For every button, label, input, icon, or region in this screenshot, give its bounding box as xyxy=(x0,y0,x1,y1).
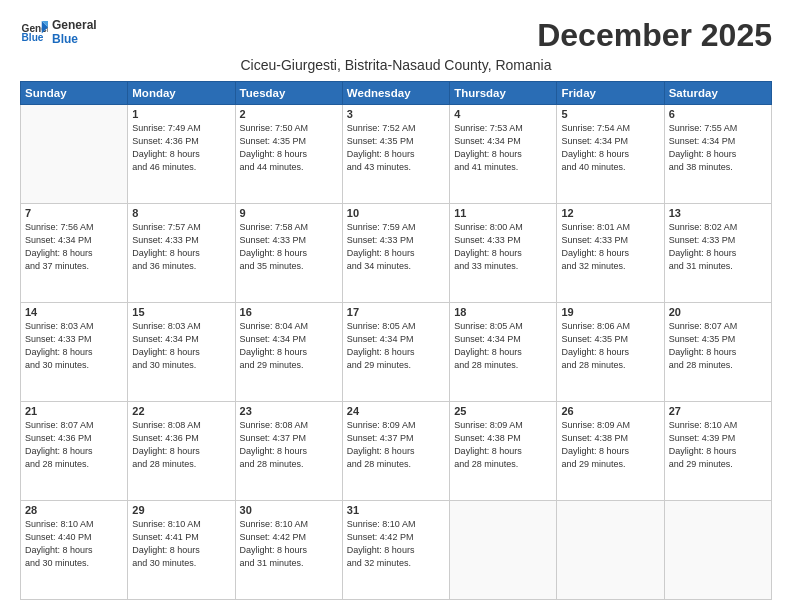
day-number: 25 xyxy=(454,405,552,417)
day-number: 28 xyxy=(25,504,123,516)
day-number: 9 xyxy=(240,207,338,219)
day-info: Sunrise: 8:09 AM Sunset: 4:37 PM Dayligh… xyxy=(347,419,445,471)
calendar-cell: 10Sunrise: 7:59 AM Sunset: 4:33 PM Dayli… xyxy=(342,204,449,303)
calendar-cell: 1Sunrise: 7:49 AM Sunset: 4:36 PM Daylig… xyxy=(128,105,235,204)
day-info: Sunrise: 7:49 AM Sunset: 4:36 PM Dayligh… xyxy=(132,122,230,174)
day-number: 6 xyxy=(669,108,767,120)
calendar-cell: 11Sunrise: 8:00 AM Sunset: 4:33 PM Dayli… xyxy=(450,204,557,303)
calendar-week-5: 28Sunrise: 8:10 AM Sunset: 4:40 PM Dayli… xyxy=(21,501,772,600)
col-tuesday: Tuesday xyxy=(235,82,342,105)
col-monday: Monday xyxy=(128,82,235,105)
calendar-cell: 25Sunrise: 8:09 AM Sunset: 4:38 PM Dayli… xyxy=(450,402,557,501)
calendar-cell: 22Sunrise: 8:08 AM Sunset: 4:36 PM Dayli… xyxy=(128,402,235,501)
day-info: Sunrise: 8:06 AM Sunset: 4:35 PM Dayligh… xyxy=(561,320,659,372)
calendar-cell: 12Sunrise: 8:01 AM Sunset: 4:33 PM Dayli… xyxy=(557,204,664,303)
day-info: Sunrise: 7:58 AM Sunset: 4:33 PM Dayligh… xyxy=(240,221,338,273)
header-row: Sunday Monday Tuesday Wednesday Thursday… xyxy=(21,82,772,105)
day-number: 17 xyxy=(347,306,445,318)
calendar-cell: 24Sunrise: 8:09 AM Sunset: 4:37 PM Dayli… xyxy=(342,402,449,501)
day-number: 26 xyxy=(561,405,659,417)
day-info: Sunrise: 8:10 AM Sunset: 4:39 PM Dayligh… xyxy=(669,419,767,471)
day-info: Sunrise: 8:03 AM Sunset: 4:33 PM Dayligh… xyxy=(25,320,123,372)
calendar-cell: 29Sunrise: 8:10 AM Sunset: 4:41 PM Dayli… xyxy=(128,501,235,600)
calendar-cell: 13Sunrise: 8:02 AM Sunset: 4:33 PM Dayli… xyxy=(664,204,771,303)
logo-icon: General Blue xyxy=(20,18,48,46)
calendar-table: Sunday Monday Tuesday Wednesday Thursday… xyxy=(20,81,772,600)
day-info: Sunrise: 7:54 AM Sunset: 4:34 PM Dayligh… xyxy=(561,122,659,174)
calendar-cell: 8Sunrise: 7:57 AM Sunset: 4:33 PM Daylig… xyxy=(128,204,235,303)
day-info: Sunrise: 8:01 AM Sunset: 4:33 PM Dayligh… xyxy=(561,221,659,273)
calendar-cell xyxy=(450,501,557,600)
calendar-week-2: 7Sunrise: 7:56 AM Sunset: 4:34 PM Daylig… xyxy=(21,204,772,303)
day-number: 11 xyxy=(454,207,552,219)
col-saturday: Saturday xyxy=(664,82,771,105)
day-number: 2 xyxy=(240,108,338,120)
day-number: 4 xyxy=(454,108,552,120)
title-block: December 2025 xyxy=(537,18,772,53)
day-number: 29 xyxy=(132,504,230,516)
month-title: December 2025 xyxy=(537,18,772,53)
day-info: Sunrise: 8:03 AM Sunset: 4:34 PM Dayligh… xyxy=(132,320,230,372)
day-info: Sunrise: 8:10 AM Sunset: 4:42 PM Dayligh… xyxy=(240,518,338,570)
calendar-cell: 27Sunrise: 8:10 AM Sunset: 4:39 PM Dayli… xyxy=(664,402,771,501)
day-info: Sunrise: 7:50 AM Sunset: 4:35 PM Dayligh… xyxy=(240,122,338,174)
svg-text:Blue: Blue xyxy=(22,33,44,44)
calendar-cell: 18Sunrise: 8:05 AM Sunset: 4:34 PM Dayli… xyxy=(450,303,557,402)
calendar-cell xyxy=(664,501,771,600)
day-info: Sunrise: 7:55 AM Sunset: 4:34 PM Dayligh… xyxy=(669,122,767,174)
calendar-cell: 26Sunrise: 8:09 AM Sunset: 4:38 PM Dayli… xyxy=(557,402,664,501)
calendar-cell: 17Sunrise: 8:05 AM Sunset: 4:34 PM Dayli… xyxy=(342,303,449,402)
calendar-week-4: 21Sunrise: 8:07 AM Sunset: 4:36 PM Dayli… xyxy=(21,402,772,501)
col-thursday: Thursday xyxy=(450,82,557,105)
calendar-cell xyxy=(21,105,128,204)
day-number: 8 xyxy=(132,207,230,219)
day-info: Sunrise: 8:07 AM Sunset: 4:36 PM Dayligh… xyxy=(25,419,123,471)
day-number: 30 xyxy=(240,504,338,516)
day-number: 16 xyxy=(240,306,338,318)
calendar-cell: 5Sunrise: 7:54 AM Sunset: 4:34 PM Daylig… xyxy=(557,105,664,204)
day-number: 31 xyxy=(347,504,445,516)
day-info: Sunrise: 8:04 AM Sunset: 4:34 PM Dayligh… xyxy=(240,320,338,372)
day-number: 21 xyxy=(25,405,123,417)
calendar-cell: 16Sunrise: 8:04 AM Sunset: 4:34 PM Dayli… xyxy=(235,303,342,402)
day-number: 14 xyxy=(25,306,123,318)
day-info: Sunrise: 7:59 AM Sunset: 4:33 PM Dayligh… xyxy=(347,221,445,273)
day-number: 18 xyxy=(454,306,552,318)
day-info: Sunrise: 8:09 AM Sunset: 4:38 PM Dayligh… xyxy=(454,419,552,471)
day-number: 27 xyxy=(669,405,767,417)
calendar-cell: 28Sunrise: 8:10 AM Sunset: 4:40 PM Dayli… xyxy=(21,501,128,600)
day-info: Sunrise: 8:07 AM Sunset: 4:35 PM Dayligh… xyxy=(669,320,767,372)
day-info: Sunrise: 8:10 AM Sunset: 4:41 PM Dayligh… xyxy=(132,518,230,570)
day-info: Sunrise: 7:52 AM Sunset: 4:35 PM Dayligh… xyxy=(347,122,445,174)
day-info: Sunrise: 8:10 AM Sunset: 4:40 PM Dayligh… xyxy=(25,518,123,570)
calendar-cell: 9Sunrise: 7:58 AM Sunset: 4:33 PM Daylig… xyxy=(235,204,342,303)
day-info: Sunrise: 8:09 AM Sunset: 4:38 PM Dayligh… xyxy=(561,419,659,471)
day-number: 10 xyxy=(347,207,445,219)
calendar-cell: 3Sunrise: 7:52 AM Sunset: 4:35 PM Daylig… xyxy=(342,105,449,204)
calendar-cell: 30Sunrise: 8:10 AM Sunset: 4:42 PM Dayli… xyxy=(235,501,342,600)
day-number: 19 xyxy=(561,306,659,318)
day-number: 20 xyxy=(669,306,767,318)
col-wednesday: Wednesday xyxy=(342,82,449,105)
day-info: Sunrise: 8:05 AM Sunset: 4:34 PM Dayligh… xyxy=(454,320,552,372)
day-number: 22 xyxy=(132,405,230,417)
calendar-week-3: 14Sunrise: 8:03 AM Sunset: 4:33 PM Dayli… xyxy=(21,303,772,402)
day-info: Sunrise: 7:57 AM Sunset: 4:33 PM Dayligh… xyxy=(132,221,230,273)
calendar-cell: 19Sunrise: 8:06 AM Sunset: 4:35 PM Dayli… xyxy=(557,303,664,402)
page: General Blue General Blue December 2025 … xyxy=(0,0,792,612)
calendar-cell: 15Sunrise: 8:03 AM Sunset: 4:34 PM Dayli… xyxy=(128,303,235,402)
logo-line1: General xyxy=(52,18,97,32)
col-friday: Friday xyxy=(557,82,664,105)
day-number: 15 xyxy=(132,306,230,318)
col-sunday: Sunday xyxy=(21,82,128,105)
day-number: 13 xyxy=(669,207,767,219)
day-number: 5 xyxy=(561,108,659,120)
day-info: Sunrise: 8:08 AM Sunset: 4:36 PM Dayligh… xyxy=(132,419,230,471)
day-info: Sunrise: 8:02 AM Sunset: 4:33 PM Dayligh… xyxy=(669,221,767,273)
calendar-cell: 7Sunrise: 7:56 AM Sunset: 4:34 PM Daylig… xyxy=(21,204,128,303)
logo-line2: Blue xyxy=(52,32,97,46)
calendar-cell: 4Sunrise: 7:53 AM Sunset: 4:34 PM Daylig… xyxy=(450,105,557,204)
day-number: 3 xyxy=(347,108,445,120)
day-info: Sunrise: 8:00 AM Sunset: 4:33 PM Dayligh… xyxy=(454,221,552,273)
day-number: 7 xyxy=(25,207,123,219)
